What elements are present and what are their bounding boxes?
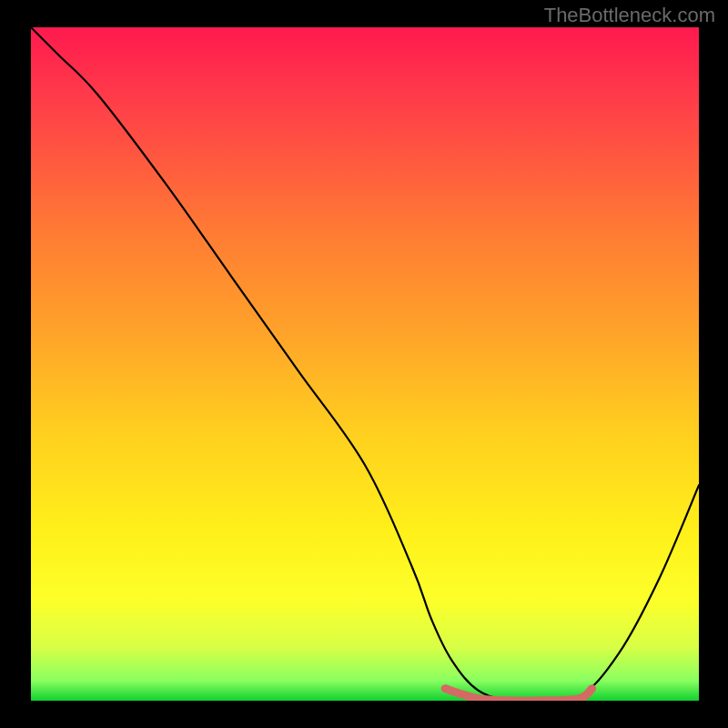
- bottleneck-curve-line: [31, 27, 699, 701]
- optimal-range-highlight: [445, 689, 592, 701]
- chart-svg: [31, 27, 699, 701]
- chart-plot-area: [31, 27, 699, 701]
- attribution-text: TheBottleneck.com: [544, 4, 715, 27]
